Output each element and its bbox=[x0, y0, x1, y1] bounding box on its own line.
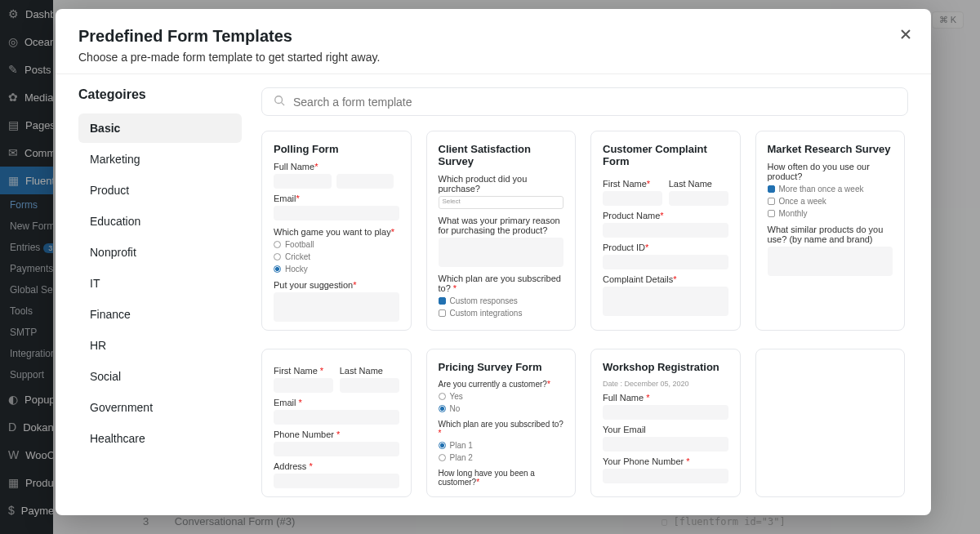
category-item[interactable]: Healthcare bbox=[78, 424, 242, 453]
category-item[interactable]: HR bbox=[78, 331, 242, 360]
template-card-polling[interactable]: Polling Form Full Name* Email* Which gam… bbox=[261, 131, 412, 331]
template-card-workshop[interactable]: Workshop Registration Date : December 05… bbox=[590, 349, 741, 497]
template-card-placeholder[interactable] bbox=[755, 349, 906, 497]
templates-column: Polling Form Full Name* Email* Which gam… bbox=[261, 87, 908, 515]
modal-subtitle: Choose a pre-made form template to get s… bbox=[78, 51, 908, 64]
template-card-market-research[interactable]: Market Research Survey How often do you … bbox=[755, 131, 906, 331]
category-item[interactable]: Education bbox=[78, 207, 242, 236]
template-card-complaint[interactable]: Customer Complaint Form First Name* Last… bbox=[590, 131, 741, 331]
svg-point-0 bbox=[275, 96, 283, 104]
category-item[interactable]: Marketing bbox=[78, 145, 242, 174]
category-item[interactable]: Basic bbox=[78, 113, 242, 143]
modal-title: Predefined Form Templates bbox=[78, 27, 908, 46]
search-wrapper[interactable] bbox=[261, 87, 908, 116]
template-card-contact[interactable]: First Name * Last Name Email * Phone Num… bbox=[261, 349, 412, 497]
template-card-client-satisfaction[interactable]: Client Satisfaction Survey Which product… bbox=[426, 131, 577, 331]
template-card-pricing[interactable]: Pricing Survey Form Are you currently a … bbox=[426, 349, 577, 497]
category-item[interactable]: Nonprofit bbox=[78, 238, 242, 267]
category-item[interactable]: Finance bbox=[78, 300, 242, 329]
category-item[interactable]: Government bbox=[78, 393, 242, 422]
close-icon[interactable] bbox=[898, 27, 913, 44]
template-cards-grid: Polling Form Full Name* Email* Which gam… bbox=[261, 131, 908, 514]
search-input[interactable] bbox=[293, 96, 896, 109]
template-modal: Predefined Form Templates Choose a pre-m… bbox=[56, 9, 931, 515]
categories-column: Categoires BasicMarketingProductEducatio… bbox=[78, 87, 242, 515]
category-item[interactable]: Social bbox=[78, 362, 242, 391]
categories-title: Categoires bbox=[78, 87, 242, 102]
modal-header: Predefined Form Templates Choose a pre-m… bbox=[56, 9, 931, 74]
search-icon bbox=[274, 95, 285, 109]
category-item[interactable]: IT bbox=[78, 269, 242, 298]
category-item[interactable]: Product bbox=[78, 176, 242, 205]
